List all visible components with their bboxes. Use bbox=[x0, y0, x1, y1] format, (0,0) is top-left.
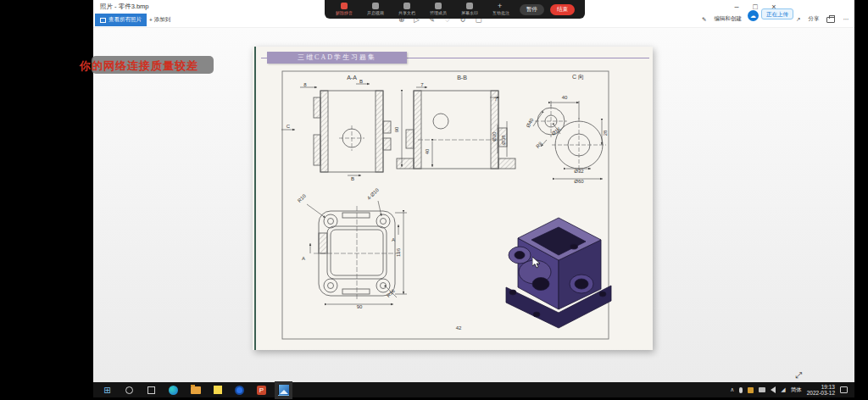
dimension-label: Ø38 bbox=[501, 135, 506, 144]
edit-create-button[interactable]: 编辑和创建 bbox=[714, 15, 742, 23]
minimize-button[interactable]: – bbox=[729, 2, 744, 12]
dimension-label: 40 bbox=[562, 95, 568, 100]
photos-icon bbox=[279, 385, 289, 395]
dimension-label: 90 bbox=[394, 127, 399, 133]
unmute-button[interactable]: 解除静音 bbox=[331, 3, 357, 16]
view-all-label: 查看所有照片 bbox=[108, 16, 142, 24]
date: 2022-03-12 bbox=[807, 390, 835, 396]
windows-taskbar: ⊞ P ∧ ◢ 简体 19:13 2022-03-12 bbox=[93, 382, 854, 397]
dimension-label: A bbox=[392, 237, 395, 242]
dimension-label: 42 bbox=[456, 325, 462, 331]
share-button[interactable]: 分享 bbox=[808, 15, 819, 23]
plus-icon: + bbox=[498, 3, 504, 9]
task-view-button[interactable] bbox=[146, 385, 157, 396]
tray-device-icon[interactable] bbox=[759, 387, 765, 392]
dimension-label: 136 bbox=[396, 248, 401, 257]
dimension-label: Ø16 bbox=[551, 126, 562, 136]
camera-icon bbox=[372, 3, 379, 9]
network-warning-text: 你的网络连接质量较差 bbox=[80, 58, 198, 74]
meeting-app-button[interactable] bbox=[234, 385, 245, 396]
tray-expand-icon[interactable]: ∧ bbox=[730, 386, 734, 393]
cloud-glyph: ☁ bbox=[750, 13, 756, 19]
pause-share-button[interactable]: 暂停 bbox=[520, 4, 544, 15]
dimension-label: 7 bbox=[420, 82, 423, 87]
microphone-muted-icon bbox=[341, 3, 348, 9]
dimension-label: A-A bbox=[347, 75, 357, 81]
tray-pen-icon[interactable] bbox=[748, 387, 754, 393]
dimension-label: 8 bbox=[303, 82, 306, 87]
system-tray: ∧ ◢ 简体 19:13 2022-03-12 bbox=[730, 384, 854, 397]
add-to-button[interactable]: + 添加到 bbox=[149, 16, 170, 24]
window-title: 照片 - 零件3.bmp bbox=[100, 3, 149, 11]
print-icon[interactable] bbox=[826, 17, 835, 23]
watermark-button[interactable]: 屏幕水印 bbox=[457, 3, 482, 16]
edge-app-button[interactable] bbox=[168, 385, 179, 396]
network-icon[interactable]: ◢ bbox=[781, 386, 785, 393]
photo-icon bbox=[100, 18, 106, 23]
mouse-cursor bbox=[532, 257, 542, 270]
plus-icon: + bbox=[149, 17, 153, 23]
dimension-label: Ø32 bbox=[574, 169, 583, 174]
search-icon bbox=[125, 386, 133, 394]
clock[interactable]: 19:13 2022-03-12 bbox=[807, 384, 835, 397]
speaker-icon[interactable] bbox=[771, 386, 776, 393]
dimension-label: R10 bbox=[297, 193, 307, 203]
share-document-label: 共享文档 bbox=[398, 10, 415, 15]
dimension-label: 40 bbox=[425, 149, 430, 155]
part-3d-render bbox=[503, 206, 615, 337]
sticky-note-icon bbox=[214, 386, 222, 394]
meeting-share-toolbar: 解除静音 开启视频 共享文档 管理成员 屏幕水印 + 互动批注 暂停 结束 bbox=[325, 0, 585, 19]
add-to-label: 添加到 bbox=[154, 16, 171, 24]
dimension-label: B bbox=[351, 176, 354, 181]
dimension-label: B bbox=[359, 79, 363, 84]
start-button[interactable]: ⊞ bbox=[102, 385, 113, 396]
search-button[interactable] bbox=[124, 385, 135, 396]
dimension-label: Ø60 bbox=[574, 179, 583, 184]
annotate-button[interactable]: + 互动批注 bbox=[488, 3, 514, 16]
dimension-label: Ø20 bbox=[492, 131, 497, 141]
upload-tooltip: 正在上传 bbox=[761, 8, 793, 19]
dimension-label: R16 bbox=[386, 288, 396, 298]
edge-icon bbox=[169, 386, 178, 395]
screen: 照片 - 零件3.bmp – □ × 查看所有照片 + 添加到 ⊕ ▷ ✎ ♡ … bbox=[0, 0, 868, 400]
start-video-label: 开启视频 bbox=[367, 10, 384, 15]
ime-indicator[interactable]: 简体 bbox=[791, 386, 802, 394]
dimension-label: B-B bbox=[457, 75, 467, 81]
action-center-icon[interactable] bbox=[840, 386, 848, 393]
dimension-label: 90 bbox=[357, 304, 363, 309]
share-arrow-icon: ↗ bbox=[796, 16, 800, 23]
start-video-button[interactable]: 开启视频 bbox=[363, 3, 388, 16]
folder-icon bbox=[191, 386, 201, 394]
dimension-label: 7 bbox=[494, 97, 497, 102]
share-document-button[interactable]: 共享文档 bbox=[394, 3, 420, 16]
view-all-photos-button[interactable]: 查看所有照片 bbox=[95, 14, 147, 26]
time: 19:13 bbox=[821, 384, 835, 390]
more-options-icon[interactable]: ⋯ bbox=[843, 16, 849, 23]
sticky-notes-button[interactable] bbox=[212, 385, 223, 396]
cloud-upload-icon[interactable]: ☁ bbox=[748, 10, 759, 21]
end-share-button[interactable]: 结束 bbox=[550, 4, 575, 15]
powerpoint-icon: P bbox=[257, 386, 266, 395]
dimension-label: C 向 bbox=[572, 73, 584, 81]
annotate-label: 互动批注 bbox=[492, 10, 509, 15]
drawing-page: 三维CAD学生习题集 bbox=[253, 47, 653, 350]
edit-pencil-icon: ✎ bbox=[702, 16, 706, 23]
dimension-label: 4-Ø10 bbox=[366, 187, 380, 201]
dimension-label: A bbox=[302, 256, 305, 261]
manage-members-button[interactable]: 管理成员 bbox=[426, 3, 451, 16]
task-view-icon bbox=[147, 386, 155, 394]
photos-app-button[interactable] bbox=[278, 385, 289, 396]
document-icon bbox=[403, 3, 410, 9]
tray-microphone-icon[interactable] bbox=[739, 387, 743, 393]
resize-fit-icon[interactable]: ⤢ bbox=[795, 370, 802, 381]
powerpoint-button[interactable]: P bbox=[256, 385, 267, 396]
taskbar-apps: ⊞ P bbox=[93, 385, 289, 396]
file-explorer-button[interactable] bbox=[190, 385, 201, 396]
manage-members-label: 管理成员 bbox=[430, 10, 447, 15]
person-icon bbox=[435, 3, 442, 9]
unmute-label: 解除静音 bbox=[336, 10, 353, 15]
watermark-label: 屏幕水印 bbox=[461, 10, 478, 15]
dimension-label: R8 bbox=[535, 141, 543, 149]
dimension-label: 28 bbox=[603, 131, 608, 136]
dimension-label: C bbox=[287, 124, 290, 129]
